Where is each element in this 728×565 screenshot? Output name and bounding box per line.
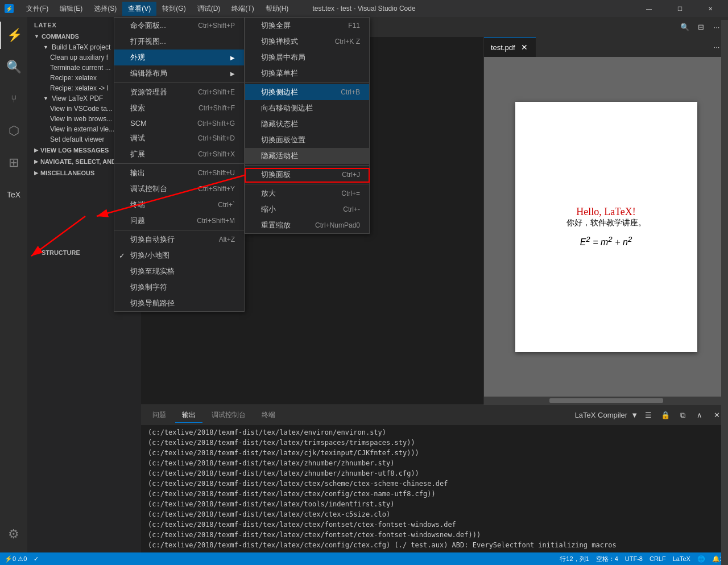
menu-fullscreen[interactable]: 切换全屏 F11	[245, 18, 369, 34]
submenu-arrow: ▶	[230, 71, 235, 77]
settings-icon[interactable]: ⚙	[0, 521, 27, 548]
entry-label: 切换菜单栏	[261, 68, 298, 79]
entry-label: 切换制字符	[130, 282, 167, 292]
status-encoding[interactable]: UTF-8	[625, 555, 643, 562]
menu-move-sidebar[interactable]: 向右移动侧边栏	[245, 100, 369, 116]
pdf-subtitle: 你好，软件教学讲座。	[566, 218, 646, 228]
pdf-scrollbar[interactable]	[721, 37, 728, 405]
minimize-button[interactable]: —	[636, 0, 662, 17]
menu-edit[interactable]: 编辑(E)	[54, 2, 88, 16]
build-arrow: ▼	[43, 44, 48, 50]
view-arrow: ▼	[43, 96, 48, 101]
menu-minimap[interactable]: ✓ 切换/小地图	[114, 248, 244, 263]
menu-appearance[interactable]: 外观 ▶	[114, 50, 244, 65]
panel-lock-button[interactable]: 🔒	[659, 409, 672, 422]
menu-search[interactable]: 搜索 Ctrl+Shift+F	[114, 100, 244, 116]
menu-breadcrumbs[interactable]: 切换导航路径	[114, 295, 244, 311]
navigate-arrow: ▶	[34, 159, 38, 164]
menu-file[interactable]: 文件(F)	[20, 2, 54, 16]
menu-bar: 文件(F) 编辑(E) 选择(S) 查看(V) 转到(G) 调试(D) 终端(T…	[20, 2, 294, 16]
menu-debug[interactable]: 调试(D)	[192, 2, 226, 16]
explorer-icon[interactable]: ⚡	[0, 22, 27, 49]
panel-tab-terminal[interactable]: 终端	[255, 408, 282, 422]
title-bar: ⚡ 文件(F) 编辑(E) 选择(S) 查看(V) 转到(G) 调试(D) 终端…	[0, 0, 728, 17]
shortcut: Ctrl+Shift+U	[198, 169, 235, 177]
menu-activity-bar[interactable]: 隐藏活动栏	[245, 148, 369, 164]
menu-extensions[interactable]: 扩展 Ctrl+Shift+X	[114, 146, 244, 162]
maximize-button[interactable]: ☐	[667, 0, 693, 17]
entry-label: 打开视图...	[130, 36, 166, 47]
misc-arrow: ▶	[34, 170, 38, 176]
menu-view[interactable]: 查看(V)	[122, 2, 156, 16]
menu-zen-mode[interactable]: 切换禅模式 Ctrl+K Z	[245, 34, 369, 50]
scm-icon[interactable]: ⑂	[0, 85, 27, 113]
latex-icon[interactable]: TeX	[0, 181, 27, 208]
status-lang[interactable]: LaTeX	[673, 555, 690, 562]
debug-icon[interactable]: ⬡	[0, 117, 27, 145]
viewlog-label: View Log messages	[40, 147, 109, 154]
panel-tab-debug[interactable]: 调试控制台	[205, 408, 253, 422]
menu-help[interactable]: 帮助(H)	[260, 2, 295, 16]
menu-debug-view[interactable]: 调试 Ctrl+Shift+D	[114, 130, 244, 146]
set-viewer-label: Set default viewer	[50, 135, 104, 143]
status-indent[interactable]: 空格：4	[596, 555, 618, 563]
appearance-submenu[interactable]: 切换全屏 F11 切换禅模式 Ctrl+K Z 切换居中布局 切换菜单栏 切换侧…	[245, 17, 370, 234]
output-line-9: (c:/texlive/2018/texmf-dist/tex/latex/ct…	[148, 519, 721, 530]
pdf-content: Hello, LaTeX! 你好，软件教学讲座。 E2 = m2 + n2	[484, 57, 728, 397]
menu-word-wrap[interactable]: 切换自动换行 Alt+Z	[114, 232, 244, 248]
pdf-hscrollbar-thumb	[549, 398, 663, 403]
status-errors[interactable]: ⚡0 ⚠0	[5, 555, 27, 563]
divider3	[114, 230, 244, 230]
panel-up-button[interactable]: ∧	[693, 409, 706, 422]
menu-output[interactable]: 输出 Ctrl+Shift+U	[114, 165, 244, 181]
shortcut: Ctrl+Shift+E	[198, 88, 235, 96]
menu-status-bar[interactable]: 隐藏状态栏	[245, 116, 369, 132]
activity-bar: ⚡ 🔍 ⑂ ⬡ ⊞ TeX ⚙	[0, 17, 27, 552]
panel-list-button[interactable]: ☰	[642, 409, 655, 422]
output-line-1: (c:/texlive/2018/texmf-dist/tex/latex/tr…	[148, 438, 721, 448]
menu-terminal-view[interactable]: 终端 Ctrl+`	[114, 197, 244, 213]
menu-goto[interactable]: 转到(G)	[156, 2, 191, 16]
shortcut: Ctrl+Shift+M	[197, 217, 235, 225]
menu-sidebar[interactable]: 切换侧边栏 Ctrl+B	[245, 84, 369, 100]
entry-label: 切换/小地图	[130, 250, 169, 261]
search-file-button[interactable]: 🔍	[678, 20, 692, 34]
menu-debug-console[interactable]: 调试控制台 Ctrl+Shift+Y	[114, 181, 244, 197]
menu-editor-layout[interactable]: 编辑器布局 ▶	[114, 65, 244, 81]
panel-tab-bar: 问题 输出 调试控制台 终端 LaTeX Compiler ▼ ☰ 🔒 ⧉ ∧ …	[141, 405, 728, 425]
close-button[interactable]: ✕	[697, 0, 723, 17]
menu-problems[interactable]: 问题 Ctrl+Shift+M	[114, 213, 244, 229]
menu-control-chars[interactable]: 切换制字符	[114, 279, 244, 295]
menu-zoom-in[interactable]: 放大 Ctrl+=	[245, 185, 369, 201]
status-position[interactable]: 行12，列1	[560, 555, 589, 563]
menu-menu-bar[interactable]: 切换菜单栏	[245, 65, 369, 81]
output-line-7: (c:/texlive/2018/texmf-dist/tex/latex/to…	[148, 499, 721, 509]
dropdown-arrow: ▼	[631, 411, 638, 419]
view-menu-level1[interactable]: 命令面板... Ctrl+Shift+P 打开视图... 外观 ▶ 编辑器布局 …	[114, 17, 245, 312]
menu-scm[interactable]: SCM Ctrl+Shift+G	[114, 116, 244, 130]
menu-zoom-out[interactable]: 缩小 Ctrl+-	[245, 201, 369, 217]
status-eol[interactable]: CRLF	[650, 555, 666, 562]
pdf-tab-close[interactable]: ✕	[520, 43, 529, 52]
menu-zoom-reset[interactable]: 重置缩放 Ctrl+NumPad0	[245, 217, 369, 233]
menu-command-palette[interactable]: 命令面板... Ctrl+Shift+P	[114, 18, 244, 34]
menu-render-whitespace[interactable]: 切换至现实格	[114, 263, 244, 279]
menu-centered-layout[interactable]: 切换居中布局	[245, 50, 369, 65]
pdf-hscrollbar[interactable]	[484, 397, 728, 405]
menu-select[interactable]: 选择(S)	[88, 2, 122, 16]
panel-copy-button[interactable]: ⧉	[676, 409, 689, 422]
panel-tab-output[interactable]: 输出	[175, 408, 202, 423]
extensions-icon[interactable]: ⊞	[0, 149, 27, 176]
panel-tab-problems[interactable]: 问题	[146, 408, 173, 422]
search-icon[interactable]: 🔍	[0, 53, 27, 81]
window-controls: — ☐ ✕	[636, 0, 723, 17]
menu-panel-toggle[interactable]: 切换面板 Ctrl+J	[245, 167, 369, 183]
menu-open-view[interactable]: 打开视图...	[114, 34, 244, 50]
split-editor-button[interactable]: ⊟	[694, 20, 708, 34]
entry-label: 向右移动侧边栏	[261, 103, 313, 113]
menu-panel-pos[interactable]: 切换面板位置	[245, 132, 369, 148]
menu-terminal[interactable]: 终端(T)	[226, 2, 259, 16]
menu-explorer[interactable]: 资源管理器 Ctrl+Shift+E	[114, 84, 244, 100]
tab-testpdf[interactable]: test.pdf ✕	[484, 37, 536, 57]
entry-label: 切换面板	[261, 170, 291, 180]
